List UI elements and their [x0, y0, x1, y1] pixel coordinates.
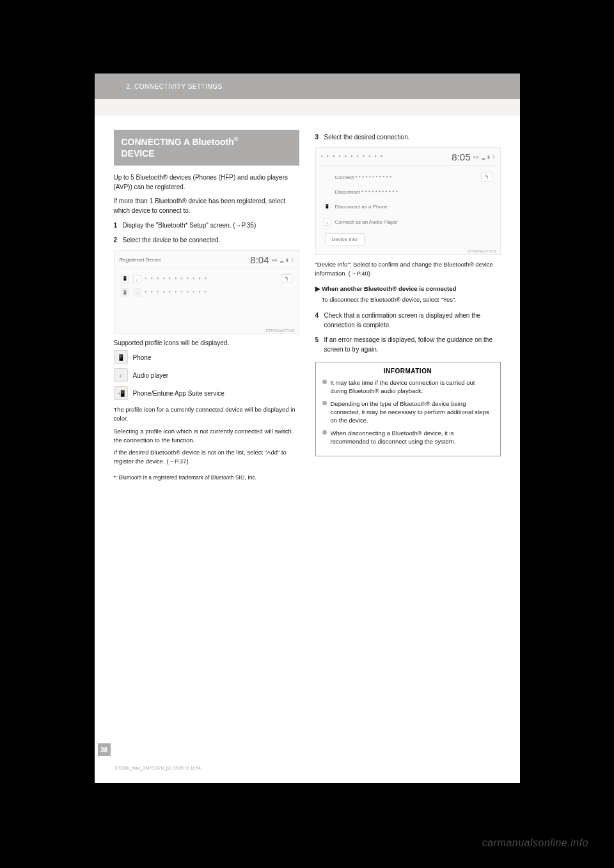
registered-sup: ®: [234, 136, 239, 143]
info-title: INFORMATION: [322, 368, 494, 375]
clock-time: 8:05: [452, 151, 470, 162]
legend-label: Phone/Entune App Suite service: [133, 390, 224, 397]
bullet-text: When disconnecting a Bluetooth® device, …: [331, 429, 494, 446]
step-2: 2 Select the device to be connected.: [114, 235, 299, 245]
content-columns: CONNECTING A Bluetooth® DEVICE Up to 5 B…: [95, 116, 520, 481]
left-column: CONNECTING A Bluetooth® DEVICE Up to 5 B…: [114, 130, 299, 481]
step-text: Display the "Bluetooth* Setup" screen. (…: [123, 221, 299, 230]
legend-row-phone: 📱 Phone: [114, 350, 299, 364]
disconnect-phone-row[interactable]: 📱 Disconnect as a Phone: [321, 199, 495, 214]
page-number: 38: [98, 743, 111, 756]
bullet-icon: [322, 401, 327, 405]
legend-label: Audio player: [133, 372, 169, 379]
right-column: 3 Select the desired connection. * * * *…: [315, 130, 501, 481]
phone-icon: 📱: [324, 203, 331, 210]
screenshot-caption: STP002eCT7US: [468, 249, 496, 253]
step-number: 1: [114, 221, 123, 230]
information-box: INFORMATION It may take time if the devi…: [315, 362, 501, 456]
info-bullet-1: It may take time if the device connectio…: [322, 378, 494, 396]
bullet-icon: [322, 430, 327, 435]
disconnect-row[interactable]: Disconnect * * * * * * * * * * *: [321, 185, 495, 199]
step-text: Select the device to be connected.: [123, 235, 299, 245]
subheader-bar: [95, 99, 520, 116]
section-title: CONNECTING A Bluetooth® DEVICE: [114, 130, 299, 166]
device-row-1[interactable]: 📱 ♪ * * * * * * * * * * * ↰: [120, 272, 294, 286]
footnote: *: Bluetooth is a registered trademark o…: [114, 474, 299, 481]
audio-icon: ♪: [133, 275, 141, 283]
entune-icon: 📲: [114, 386, 128, 400]
step-number: 2: [114, 235, 123, 245]
screenshot-title: Registered Device: [120, 257, 161, 263]
status-icons: ▂ ▮ ᛒ: [280, 258, 294, 263]
header-bar: 2. CONNECTIVITY SETTINGS: [95, 74, 520, 99]
when-another-heading: ▶ When another Bluetooth® device is conn…: [315, 284, 501, 293]
signal-icon: ▂: [280, 258, 283, 263]
phone-icon: 📱: [114, 350, 128, 364]
breadcrumb: 2. CONNECTIVITY SETTINGS: [127, 83, 223, 90]
step-1: 1 Display the "Bluetooth* Setup" screen.…: [114, 221, 299, 230]
clock-ampm: AM: [272, 258, 278, 262]
manual-page: 2. CONNECTIVITY SETTINGS CONNECTING A Bl…: [95, 74, 520, 783]
audio-icon: ♪: [133, 288, 141, 297]
disconnect-note: To disconnect the Bluetooth® device, sel…: [322, 295, 501, 304]
signal-icon: ▂: [482, 155, 485, 160]
connect-row[interactable]: Connect * * * * * * * * * * * ↰: [321, 169, 495, 185]
device-name: * * * * * * * * * * *: [145, 276, 277, 282]
device-name: * * * * * * * * * * *: [145, 290, 292, 295]
back-icon[interactable]: ↰: [281, 274, 292, 283]
phone-icon: 📱: [121, 288, 129, 297]
back-icon[interactable]: ↰: [481, 173, 492, 182]
step-text: Select the desired connection.: [324, 132, 501, 142]
device-row-2[interactable]: 📱 ♪ * * * * * * * * * * *: [120, 286, 294, 299]
screenshot-header: * * * * * * * * * * * 8:05 AM ▂ ▮ ᛒ: [321, 151, 495, 166]
bullet-icon: [322, 380, 327, 384]
bullet-text: Depending on the type of Bluetooth® devi…: [331, 399, 494, 425]
device-info-button[interactable]: Device Info: [325, 233, 365, 245]
phone-icon: 📱: [121, 275, 129, 283]
step-5: 5 If an error message is displayed, foll…: [315, 335, 501, 354]
info-bullet-2: Depending on the type of Bluetooth® devi…: [322, 399, 494, 425]
step-number: 3: [315, 132, 324, 142]
bullet-text: It may take time if the device connectio…: [331, 378, 494, 396]
legend-label: Phone: [133, 354, 152, 361]
device-info-note: "Device Info": Select to confirm and cha…: [315, 260, 501, 278]
row-label: Connect as an Audio Player: [335, 219, 398, 225]
legend-row-entune: 📲 Phone/Entune App Suite service: [114, 386, 299, 400]
screenshot-clock: 8:05 AM ▂ ▮ ᛒ: [452, 151, 494, 162]
legend-row-audio: ♪ Audio player: [114, 368, 299, 382]
step-3: 3 Select the desired connection.: [315, 132, 501, 142]
music-note-icon: ♪: [324, 218, 331, 226]
screenshot-registered-device: Registered Device 8:04 AM ▂ ▮ ᛒ 📱 ♪ *: [114, 250, 299, 334]
note-1: The profile icon for a currently connect…: [114, 405, 299, 423]
battery-icon: ▮: [286, 258, 288, 263]
clock-time: 8:04: [250, 254, 269, 265]
battery-icon: ▮: [487, 155, 490, 160]
screenshot-connection-options: * * * * * * * * * * * 8:05 AM ▂ ▮ ᛒ Conn…: [315, 147, 501, 255]
footer-meta: CT200h_Navi_OM76187U_(U) 15.05.18 16:54: [115, 766, 201, 770]
step-text: If an error message is displayed, follow…: [324, 335, 501, 354]
clock-ampm: AM: [473, 155, 479, 159]
step-4: 4 Check that a confirmation screen is di…: [315, 311, 501, 330]
row-label: Disconnect * * * * * * * * * * *: [335, 189, 398, 195]
intro-text-2: If more than 1 Bluetooth® device has bee…: [114, 197, 299, 215]
connect-audio-row[interactable]: ♪ Connect as an Audio Player: [321, 214, 495, 229]
step-number: 5: [315, 335, 324, 354]
row-label: Disconnect as a Phone: [335, 204, 388, 210]
screenshot-header: Registered Device 8:04 AM ▂ ▮ ᛒ: [120, 254, 294, 268]
intro-text-1: Up to 5 Bluetooth® devices (Phones (HFP)…: [114, 173, 299, 192]
music-note-icon: ♪: [114, 368, 128, 382]
title-line1: CONNECTING A Bluetooth: [122, 137, 234, 147]
below-screenshot-text: Supported profile icons will be displaye…: [114, 339, 299, 346]
note-3: If the desired Bluetooth® device is not …: [114, 448, 299, 466]
step-number: 4: [315, 311, 324, 330]
title-line2: DEVICE: [122, 148, 155, 159]
bluetooth-icon: ᛒ: [492, 155, 495, 159]
screenshot-caption: STP001eCT7US: [266, 329, 295, 332]
note-2: Selecting a profile icon which is not cu…: [114, 427, 299, 445]
screenshot-clock: 8:04 AM ▂ ▮ ᛒ: [250, 254, 293, 265]
info-bullet-3: When disconnecting a Bluetooth® device, …: [322, 429, 494, 446]
row-label: Connect * * * * * * * * * * *: [335, 174, 392, 180]
status-icons: ▂ ▮ ᛒ: [482, 155, 495, 160]
bluetooth-icon: ᛒ: [291, 258, 294, 262]
screenshot-title: * * * * * * * * * * *: [321, 154, 384, 160]
